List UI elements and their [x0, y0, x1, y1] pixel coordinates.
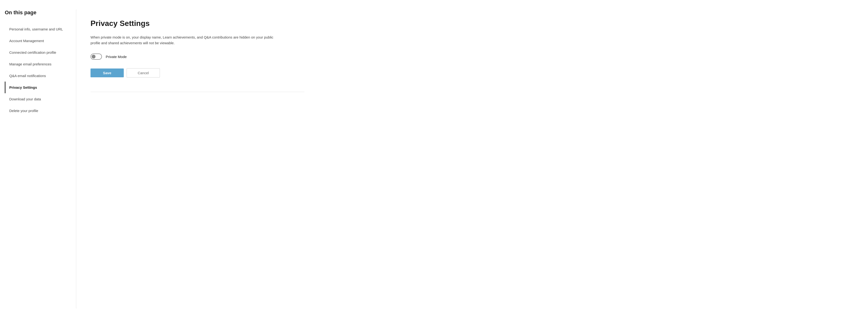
toggle-track	[91, 54, 102, 60]
sidebar-item-personal-info[interactable]: Personal info, username and URL	[5, 23, 66, 35]
section-title: Privacy Settings	[91, 19, 304, 28]
sidebar-item-account-management[interactable]: Account Management	[5, 35, 66, 47]
sidebar: On this page Personal info, username and…	[5, 9, 76, 309]
private-mode-toggle[interactable]	[91, 54, 102, 60]
button-row: Save Cancel	[91, 68, 304, 78]
sidebar-item-download-data[interactable]: Download your data	[5, 93, 66, 105]
sidebar-item-qa-email[interactable]: Q&A email notifications	[5, 70, 66, 82]
section-description: When private mode is on, your display na…	[91, 34, 276, 46]
toggle-thumb	[92, 55, 95, 59]
sidebar-nav: Personal info, username and URLAccount M…	[5, 23, 66, 117]
sidebar-item-privacy-settings[interactable]: Privacy Settings	[5, 82, 66, 93]
save-button[interactable]: Save	[91, 68, 124, 77]
page-container: On this page Personal info, username and…	[0, 0, 333, 318]
main-content: Privacy Settings When private mode is on…	[76, 9, 328, 309]
sidebar-item-connected-certification[interactable]: Connected certification profile	[5, 47, 66, 58]
toggle-label: Private Mode	[106, 55, 127, 59]
sidebar-item-delete-profile[interactable]: Delete your profile	[5, 105, 66, 117]
cancel-button[interactable]: Cancel	[127, 68, 160, 78]
privacy-settings-section: Privacy Settings When private mode is on…	[91, 9, 304, 92]
sidebar-item-manage-email[interactable]: Manage email preferences	[5, 58, 66, 70]
sidebar-heading: On this page	[5, 9, 66, 16]
toggle-row: Private Mode	[91, 54, 304, 60]
